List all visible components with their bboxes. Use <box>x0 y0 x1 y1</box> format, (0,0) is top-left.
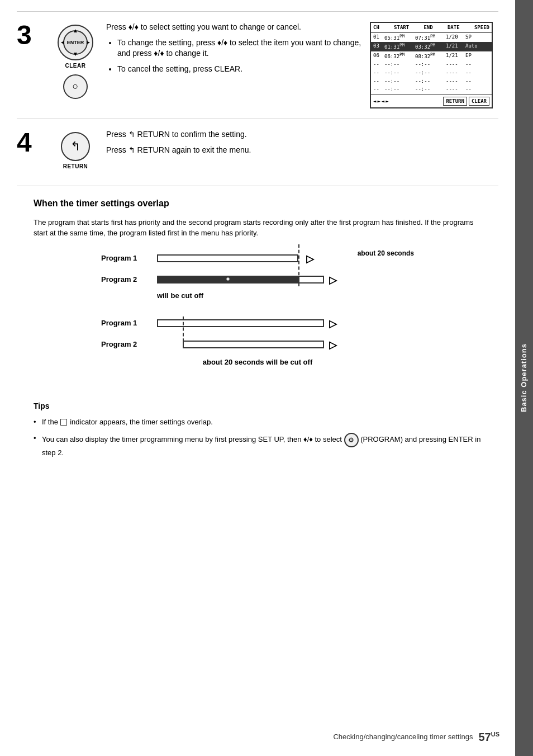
clear-symbol: ○ <box>73 79 79 93</box>
tips-title: Tips <box>34 401 482 412</box>
diagram1-program2-row: Program 2 ▷ <box>101 271 414 288</box>
diagram1-program1-bar: ▷ about 20 seconds <box>157 250 414 267</box>
timer-row-7: -- --:-- --:-- ---- -- <box>371 85 492 93</box>
dashed-line-1 <box>298 244 299 286</box>
step3-bullet1: To change the setting, press ♦/♦ to sele… <box>117 37 364 59</box>
timer-nav-icons: ◄ ► ◄ ► <box>373 98 389 105</box>
timer-row-3: 06 06:32PM 08:32PM 1/21 EP <box>371 51 492 61</box>
diagram1-program2-bar: ▷ <box>157 271 414 288</box>
step3-icon-area: ▲ ▼ ◄ ► ENTER CLEAR ○ <box>50 22 101 108</box>
tip-1: If the indicator appears, the timer sett… <box>34 417 482 428</box>
step3-content: Press ♦/♦ to select setting you want to … <box>101 22 498 108</box>
diagram2-program2-bar: ▷ <box>157 336 414 353</box>
bar-open-d2-p2 <box>183 341 324 348</box>
timer-row-2: 03 01:31PM 03:32PM 1/21 Auto <box>371 42 492 51</box>
arrow-left-icon: ◄ <box>60 39 65 46</box>
nav-icon-4: ► <box>386 98 388 105</box>
step4-icon-area: ↰ RETURN <box>50 129 101 176</box>
enter-icon: ▲ ▼ ◄ ► ENTER <box>58 25 93 60</box>
timer-row-4: -- --:-- --:-- ---- -- <box>371 60 492 69</box>
arrow-p2: ▷ <box>329 273 337 287</box>
arrow-right-icon: ► <box>85 39 91 46</box>
page-number: 57US <box>478 729 499 745</box>
step3-row: Press ♦/♦ to select setting you want to … <box>106 22 493 108</box>
step3-section: 3 ▲ ▼ ◄ ► ENTER CLEAR ○ Press ♦/♦ <box>17 11 498 119</box>
return-icon: ↰ <box>61 132 90 161</box>
step4-line1: Press ↰ RETURN to confirm the setting. <box>106 129 493 140</box>
dot-indicator <box>226 277 230 281</box>
diagram2-program2-row: Program 2 ▷ <box>101 336 414 353</box>
timer-footer: ◄ ► ◄ ► RETURN CLEAR <box>371 94 492 108</box>
tips-list: If the indicator appears, the timer sett… <box>34 417 482 459</box>
diagram1-program1-label: Program 1 <box>101 253 157 263</box>
diagram1-program2-label: Program 2 <box>101 275 157 285</box>
return-symbol: ↰ <box>70 138 80 155</box>
diagram1: Program 1 ▷ about 20 seconds <box>101 250 414 367</box>
timer-col-start: START <box>394 24 409 31</box>
footer-text: Checking/changing/canceling timer settin… <box>333 732 473 742</box>
step3-bullet2: To cancel the setting, press CLEAR. <box>117 64 364 75</box>
timer-display: CH START END DATE SPEED 01 05:31PM 07:31… <box>370 22 493 108</box>
diagram1-program1-row: Program 1 ▷ about 20 seconds <box>101 250 414 267</box>
arrow-up-icon: ▲ <box>73 27 78 35</box>
timer-col-end: END <box>423 24 432 31</box>
diagram2-program1-bar: ▷ <box>157 315 414 332</box>
page-container: 3 ▲ ▼ ◄ ► ENTER CLEAR ○ Press ♦/♦ <box>0 0 533 756</box>
step3-bullets: To change the setting, press ♦/♦ to sele… <box>117 37 364 75</box>
step4-content: Press ↰ RETURN to confirm the setting. P… <box>101 129 498 176</box>
return-label: RETURN <box>63 163 88 171</box>
bar-open-p2 <box>298 276 324 284</box>
diagram1-row1: Program 1 ▷ about 20 seconds <box>101 250 414 267</box>
nav-icon-1: ◄ <box>373 98 376 105</box>
timer-row-6: -- --:-- --:-- ---- -- <box>371 77 492 86</box>
bar-open-d2-p1 <box>157 319 324 327</box>
step4-section: 4 ↰ RETURN Press ↰ RETURN to confirm the… <box>17 119 498 186</box>
timer-row-1: 01 05:31PM 07:31PM 1/20 SP <box>371 33 492 42</box>
timer-buttons: RETURN CLEAR <box>443 97 489 106</box>
sidebar-label: Basic Operations <box>519 344 529 413</box>
overlap-title: When the timer settings overlap <box>34 197 482 210</box>
step4-line2: Press ↰ RETURN again to exit the menu. <box>106 145 493 156</box>
main-content: 3 ▲ ▼ ◄ ► ENTER CLEAR ○ Press ♦/♦ <box>0 0 515 756</box>
timer-col-date: DATE <box>448 24 460 31</box>
overlap-desc: The program that starts first has priori… <box>34 217 482 239</box>
bottom-cut-label: about 20 seconds will be cut off <box>101 357 414 367</box>
page-footer: Checking/changing/canceling timer settin… <box>333 729 499 745</box>
step3-main-text: Press ♦/♦ to select setting you want to … <box>106 22 364 33</box>
diagram2-program2-label: Program 2 <box>101 339 157 349</box>
diagram1-row2: Program 2 ▷ <box>101 271 414 288</box>
clear-label: CLEAR <box>65 62 86 70</box>
tips-section: Tips If the indicator appears, the timer… <box>17 390 498 475</box>
timer-clear-btn[interactable]: CLEAR <box>469 97 489 106</box>
tip-2: You can also display the timer programmi… <box>34 433 482 459</box>
program-icon-inline: ⚙ <box>344 433 359 447</box>
clear-icon: ○ <box>63 74 88 99</box>
will-cut-label: will be cut off <box>157 291 414 301</box>
step3-text-area: Press ♦/♦ to select setting you want to … <box>106 22 364 79</box>
arrow-down-icon: ▼ <box>73 50 78 58</box>
overlap-section: When the timer settings overlap The prog… <box>17 186 498 390</box>
step3-number: 3 <box>17 22 45 108</box>
sidebar-tab: Basic Operations <box>515 0 533 756</box>
timer-header: CH START END DATE SPEED <box>371 23 492 33</box>
arrow-d2-p1: ▷ <box>329 317 337 331</box>
dashed-line-2 <box>183 316 184 347</box>
about-20-label: about 20 seconds <box>358 249 414 258</box>
timer-return-btn[interactable]: RETURN <box>443 97 467 106</box>
bar-open-1 <box>157 254 298 262</box>
step4-number: 4 <box>17 129 45 176</box>
nav-icon-3: ◄ <box>382 98 384 105</box>
arrow-p1: ▷ <box>306 252 314 266</box>
arrow-d2-p2: ▷ <box>329 338 337 352</box>
diagram2-program1-label: Program 1 <box>101 318 157 328</box>
nav-icon-2: ► <box>377 98 380 105</box>
timer-col-ch: CH <box>373 24 379 31</box>
indicator-icon <box>60 419 67 426</box>
timer-row-5: -- --:-- --:-- ---- -- <box>371 69 492 77</box>
diagram2-program1-row: Program 1 ▷ <box>101 315 414 332</box>
timer-col-speed: SPEED <box>474 24 489 31</box>
